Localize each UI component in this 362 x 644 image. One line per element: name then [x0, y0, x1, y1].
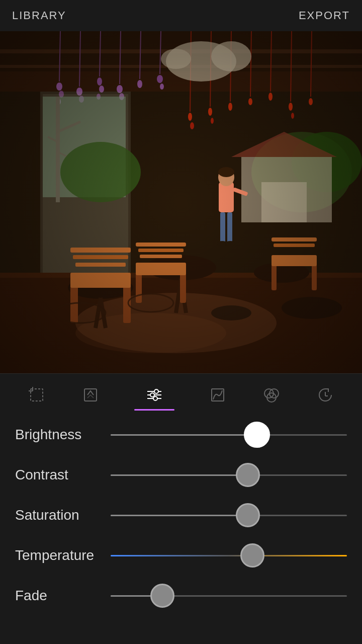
header: LIBRARY EXPORT [0, 0, 362, 31]
temperature-thumb[interactable] [240, 543, 264, 568]
toolbar-icons [0, 374, 362, 415]
svg-point-107 [150, 393, 154, 397]
fade-slider[interactable] [111, 586, 347, 606]
brightness-slider[interactable] [111, 425, 347, 445]
contrast-fill [111, 474, 248, 476]
crop-tool-button[interactable] [19, 381, 55, 415]
brightness-thumb[interactable] [244, 422, 270, 448]
temperature-label: Temperature [15, 547, 111, 564]
saturation-label: Saturation [15, 507, 111, 523]
saturation-fill [111, 515, 248, 516]
temperature-track [111, 555, 347, 556]
brightness-fill [111, 434, 257, 436]
brightness-label: Brightness [15, 427, 111, 443]
adjustments-panel: Brightness Contrast Saturation T [0, 415, 362, 636]
export-button[interactable]: EXPORT [299, 9, 350, 22]
saturation-slider-row: Saturation [15, 505, 347, 525]
history-tool-button[interactable] [307, 381, 343, 415]
library-button[interactable]: LIBRARY [12, 9, 66, 22]
contrast-slider[interactable] [111, 465, 347, 485]
filters-tool-button[interactable] [72, 381, 109, 415]
contrast-thumb[interactable] [236, 463, 260, 487]
saturation-thumb[interactable] [236, 503, 260, 527]
saturation-slider[interactable] [111, 505, 347, 525]
brightness-slider-row: Brightness [15, 425, 347, 445]
temperature-slider[interactable] [111, 545, 347, 566]
fade-slider-row: Fade [15, 586, 347, 606]
svg-point-108 [153, 396, 157, 400]
temperature-slider-row: Temperature [15, 545, 347, 566]
svg-point-106 [154, 389, 158, 393]
svg-rect-98 [0, 31, 362, 373]
curves-tool-button[interactable] [200, 381, 236, 415]
fade-track [111, 595, 347, 597]
fade-thumb[interactable] [150, 584, 174, 608]
contrast-track [111, 474, 347, 476]
contrast-label: Contrast [15, 467, 111, 483]
photo-area [0, 31, 362, 373]
contrast-slider-row: Contrast [15, 465, 347, 485]
brightness-track [111, 434, 347, 436]
toolbar [0, 373, 362, 415]
adjust-tool-button[interactable] [126, 381, 183, 415]
saturation-track [111, 515, 347, 516]
blend-tool-button[interactable] [253, 381, 290, 415]
fade-label: Fade [15, 588, 111, 604]
